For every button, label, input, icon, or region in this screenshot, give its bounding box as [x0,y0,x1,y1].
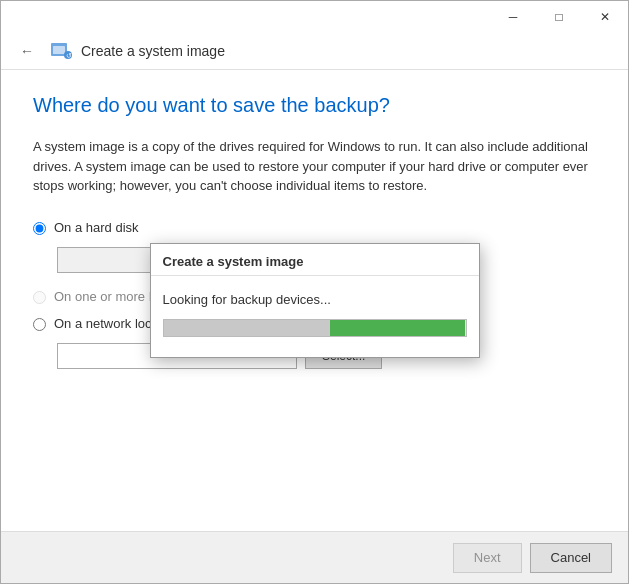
popup-overlay: Create a system image Looking for backup… [1,70,628,531]
footer: Next Cancel [1,531,628,583]
main-content: Where do you want to save the backup? A … [1,70,628,531]
close-button[interactable]: ✕ [582,1,628,33]
nav-area: ← ↺ Create a system image [1,33,628,70]
popup-status-text: Looking for backup devices... [163,292,467,307]
next-button[interactable]: Next [453,543,522,573]
nav-title: Create a system image [81,43,225,59]
main-window: ─ □ ✕ ← ↺ Create a system image Where do… [0,0,629,584]
back-button[interactable]: ← [13,37,41,65]
minimize-button[interactable]: ─ [490,1,536,33]
svg-rect-1 [53,46,65,54]
svg-text:↺: ↺ [66,52,72,59]
progress-bar [163,319,467,337]
popup-body: Looking for backup devices... [151,276,479,357]
maximize-button[interactable]: □ [536,1,582,33]
progress-bar-background [164,320,330,336]
title-bar: ─ □ ✕ [1,1,628,33]
popup-dialog: Create a system image Looking for backup… [150,243,480,358]
backup-icon: ↺ [49,39,73,63]
title-bar-controls: ─ □ ✕ [490,1,628,33]
cancel-button[interactable]: Cancel [530,543,612,573]
popup-title: Create a system image [151,244,479,276]
progress-bar-fill [330,320,466,336]
